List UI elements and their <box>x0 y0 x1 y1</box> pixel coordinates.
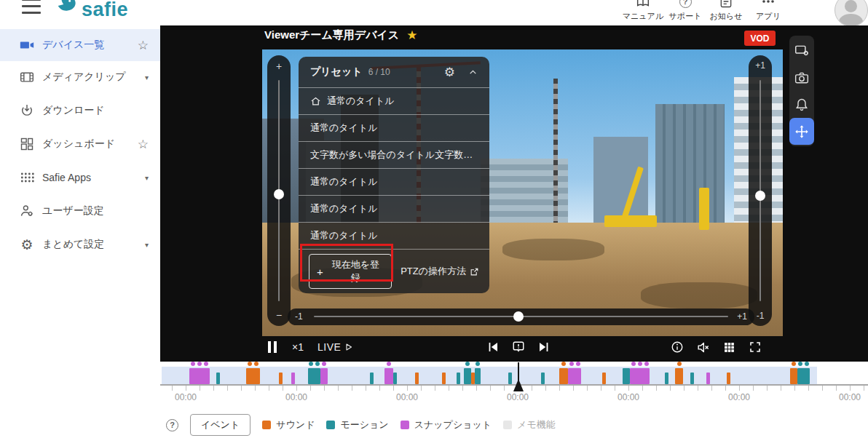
preset-settings-gear-icon[interactable]: ⚙ <box>444 65 455 80</box>
legend-help-icon[interactable]: ? <box>166 419 178 431</box>
snapshot-color-swatch <box>401 421 409 429</box>
tilt-slider[interactable]: +1 -1 <box>749 55 772 326</box>
fullscreen-icon <box>749 341 762 354</box>
sidebar-item-device-list[interactable]: デバイス一覧 ☆ <box>0 29 160 61</box>
ptz-move-button[interactable] <box>789 118 814 145</box>
timeline-marker-motion[interactable] <box>308 368 320 384</box>
user-avatar[interactable] <box>835 0 868 25</box>
skip-next-button[interactable] <box>537 338 551 356</box>
favorite-star-icon[interactable]: ☆ <box>138 38 149 53</box>
timeline-marker-sound[interactable] <box>559 368 568 384</box>
hamburger-menu-icon[interactable] <box>22 0 41 14</box>
ptz-help-link[interactable]: PTZの操作方法 <box>401 265 479 278</box>
timeline-marker-snapshot[interactable] <box>568 368 581 384</box>
tilt-up-label[interactable]: +1 <box>749 60 772 71</box>
event-filter-button[interactable]: イベント <box>190 414 250 436</box>
sidebar-item-safie-apps[interactable]: Safie Apps ▾ <box>0 162 160 194</box>
timeline-marker-motion[interactable] <box>370 373 374 384</box>
timeline-marker-motion[interactable] <box>665 373 668 384</box>
preset-item[interactable]: 通常のタイトル <box>299 195 489 222</box>
preset-item[interactable]: 通常のタイトル <box>299 222 489 249</box>
timeline-selection-band[interactable] <box>162 367 817 384</box>
pan-slider-thumb[interactable] <box>513 311 524 322</box>
pan-left-label[interactable]: -1 <box>295 311 303 322</box>
time-label: 00:00 <box>618 392 639 402</box>
favorite-star-filled-icon[interactable]: ★ <box>406 29 417 41</box>
pan-right-label[interactable]: +1 <box>737 311 747 322</box>
timeline-marker-snapshot[interactable] <box>706 373 710 384</box>
camera-icon <box>794 71 809 85</box>
sidebar-item-label: ダッシュボード <box>42 138 115 151</box>
support-help-icon: ? <box>679 0 692 9</box>
sidebar-item-media-clip[interactable]: メディアクリップ ▾ <box>0 61 160 93</box>
zoom-slider[interactable]: + − <box>267 55 291 326</box>
timeline-marker-sound[interactable] <box>675 368 683 384</box>
timeline-marker-snapshot[interactable] <box>291 373 295 384</box>
pan-slider[interactable]: -1 +1 <box>288 308 754 325</box>
timeline-marker-motion[interactable] <box>216 373 220 384</box>
timeline-marker-sound[interactable] <box>727 373 730 384</box>
collapse-chevron-up-icon[interactable] <box>468 68 478 77</box>
timeline-marker-motion[interactable] <box>797 368 810 384</box>
zoom-slider-thumb[interactable] <box>274 189 284 199</box>
tilt-slider-thumb[interactable] <box>755 191 765 201</box>
chevron-down-icon[interactable]: ▾ <box>145 241 149 249</box>
legend-label: モーション <box>340 418 388 431</box>
camera-side-toolbar <box>789 36 814 146</box>
skip-previous-button[interactable] <box>486 338 500 356</box>
mute-button[interactable] <box>696 338 710 356</box>
favorite-star-icon[interactable]: ☆ <box>138 137 149 152</box>
timeline-marker-snapshot[interactable] <box>384 368 393 384</box>
safie-bird-icon <box>55 0 77 20</box>
timeline-marker-motion[interactable] <box>464 368 471 384</box>
pause-button[interactable] <box>267 338 278 356</box>
timeline-marker-sound[interactable] <box>790 368 797 384</box>
snapshot-button[interactable] <box>789 64 814 91</box>
timeline-marker-snapshot[interactable] <box>189 368 210 384</box>
timeline-marker-motion[interactable] <box>508 373 512 384</box>
timeline-marker-sound[interactable] <box>415 373 419 384</box>
timeline-marker-sound[interactable] <box>246 368 260 384</box>
fullscreen-button[interactable] <box>749 338 762 356</box>
sidebar-item-download[interactable]: ダウンロード <box>0 95 160 127</box>
preset-item[interactable]: 文字数が多い場合のタイトル文字数… <box>299 141 489 168</box>
sidebar-item-dashboard[interactable]: ダッシュボード ☆ <box>0 128 160 160</box>
info-button[interactable] <box>671 338 684 356</box>
timeline-marker-sound[interactable] <box>602 373 606 384</box>
timeline-marker-motion[interactable] <box>393 373 397 384</box>
grid-view-button[interactable] <box>723 338 735 356</box>
timeline-marker-motion[interactable] <box>475 368 481 384</box>
register-current-position-button[interactable]: + 現在地を登録 <box>309 254 392 289</box>
safie-logo[interactable]: safie <box>55 0 128 20</box>
playback-speed-button[interactable]: ×1 <box>292 338 304 356</box>
preset-item-home[interactable]: 通常のタイトル <box>299 87 489 114</box>
nav-support[interactable]: ? サポート <box>664 0 706 22</box>
time-label: 00:00 <box>396 392 418 402</box>
device-settings-button[interactable] <box>789 37 814 64</box>
timeline-marker-motion[interactable] <box>623 368 630 384</box>
sidebar-item-batch-settings[interactable]: ⚙ まとめて設定 ▾ <box>0 228 160 260</box>
chevron-down-icon[interactable]: ▾ <box>145 174 149 182</box>
marker-event-dots <box>630 362 650 366</box>
timeline-marker-snapshot[interactable] <box>320 368 328 384</box>
live-button[interactable]: LIVE <box>317 338 353 356</box>
timeline-playhead[interactable] <box>518 362 519 381</box>
nav-apps[interactable]: アプリ <box>747 0 789 22</box>
notification-button[interactable] <box>789 91 814 118</box>
timeline-marker-motion[interactable] <box>690 373 694 384</box>
device-camera-icon <box>19 37 35 53</box>
timeline-marker-snapshot[interactable] <box>630 368 650 384</box>
preset-item[interactable]: 通常のタイトル <box>299 114 489 141</box>
nav-news[interactable]: お知らせ <box>705 0 747 22</box>
timeline-marker-motion[interactable] <box>541 373 545 384</box>
preset-item[interactable]: 通常のタイトル <box>299 168 489 195</box>
timeline-marker-sound[interactable] <box>442 373 446 384</box>
timeline-marker-motion[interactable] <box>457 373 460 384</box>
nav-manual[interactable]: マニュアル <box>622 0 664 22</box>
sidebar-item-user-settings[interactable]: ユーザー設定 <box>0 195 160 227</box>
chevron-down-icon[interactable]: ▾ <box>145 73 149 81</box>
timeline-marker-sound[interactable] <box>279 373 283 384</box>
vod-badge: VOD <box>744 31 776 46</box>
comment-marker-button[interactable] <box>512 338 525 356</box>
zoom-in-label[interactable]: + <box>267 60 291 72</box>
